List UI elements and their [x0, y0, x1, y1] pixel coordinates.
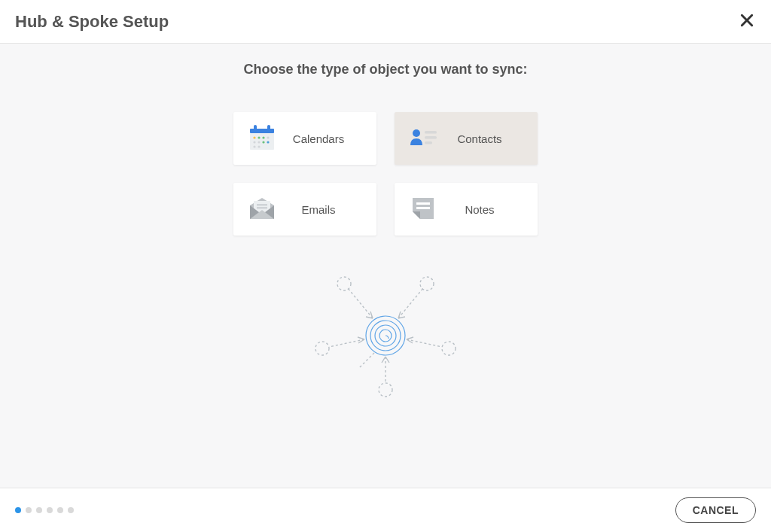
step-dot	[68, 507, 74, 513]
svg-point-4	[253, 136, 255, 138]
svg-point-12	[253, 145, 255, 147]
svg-rect-2	[254, 125, 257, 131]
step-indicator	[15, 507, 74, 513]
dialog-title: Hub & Spoke Setup	[15, 12, 169, 32]
calendar-icon	[245, 121, 279, 157]
svg-point-13	[258, 145, 260, 147]
close-icon	[739, 13, 754, 31]
cancel-button[interactable]: CANCEL	[675, 497, 756, 523]
svg-rect-15	[425, 131, 437, 134]
step-dot	[15, 507, 21, 513]
email-icon	[245, 192, 279, 227]
option-emails[interactable]: Emails	[233, 183, 376, 236]
svg-rect-19	[257, 204, 267, 206]
svg-point-6	[262, 136, 264, 138]
svg-line-29	[398, 288, 423, 318]
dialog-body: Choose the type of object you want to sy…	[0, 44, 771, 488]
svg-line-35	[359, 353, 374, 368]
object-type-grid: Calendars Contacts	[233, 112, 538, 236]
hub-spoke-illustration	[306, 272, 465, 403]
option-label: Emails	[288, 203, 364, 216]
svg-rect-16	[425, 136, 437, 139]
step-dot	[57, 507, 63, 513]
svg-rect-20	[257, 207, 267, 209]
svg-point-11	[267, 141, 269, 143]
option-calendars[interactable]: Calendars	[233, 112, 376, 165]
svg-point-30	[420, 277, 434, 290]
svg-point-28	[337, 277, 351, 290]
step-dot	[26, 507, 32, 513]
svg-rect-3	[267, 125, 270, 131]
instruction-text: Choose the type of object you want to sy…	[243, 62, 527, 78]
svg-point-8	[253, 141, 255, 143]
step-dot	[47, 507, 53, 513]
option-label: Calendars	[288, 132, 364, 145]
svg-point-9	[258, 141, 260, 143]
notes-icon	[407, 192, 440, 227]
svg-point-34	[442, 342, 456, 355]
svg-rect-17	[425, 141, 432, 144]
option-label: Notes	[449, 203, 526, 216]
dialog-footer: CANCEL	[0, 488, 771, 532]
svg-point-7	[267, 136, 269, 138]
contacts-icon	[407, 121, 440, 157]
dialog-header: Hub & Spoke Setup	[0, 0, 771, 44]
svg-rect-21	[416, 202, 430, 205]
step-dot	[36, 507, 42, 513]
svg-point-10	[262, 141, 264, 143]
svg-rect-0	[250, 129, 274, 133]
svg-point-14	[413, 129, 420, 137]
option-label: Contacts	[449, 132, 526, 145]
close-button[interactable]	[738, 13, 756, 31]
option-contacts[interactable]: Contacts	[395, 112, 538, 165]
svg-point-5	[258, 136, 260, 138]
svg-point-32	[315, 342, 329, 355]
svg-line-27	[348, 288, 373, 318]
option-notes[interactable]: Notes	[395, 183, 538, 236]
svg-point-37	[379, 383, 392, 397]
svg-rect-22	[416, 207, 430, 209]
